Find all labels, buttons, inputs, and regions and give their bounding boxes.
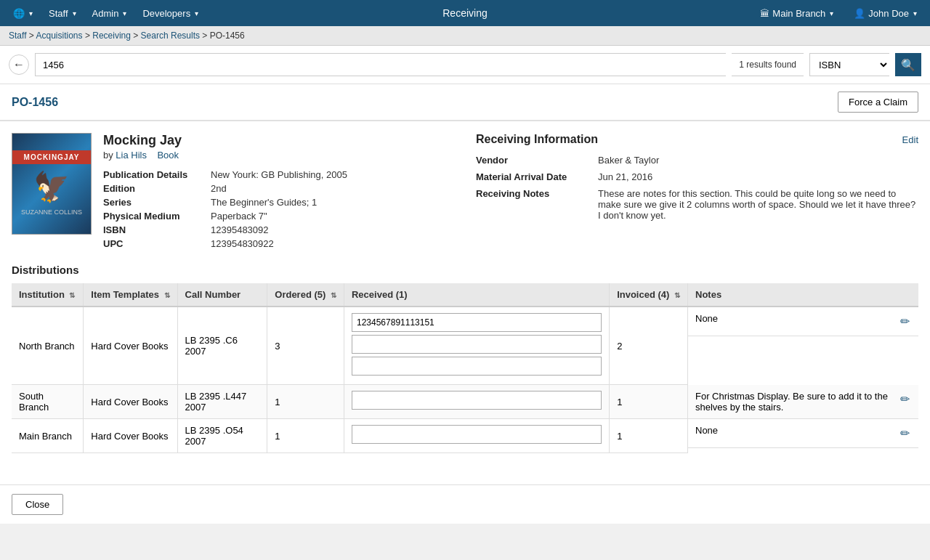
ordered-sort-icon[interactable]: ⇅: [331, 291, 336, 299]
globe-chevron: ▾: [29, 9, 33, 17]
receiving-title: Receiving Information: [476, 133, 598, 146]
material-arrival-label: Material Arrival Date: [476, 171, 592, 182]
admin-chevron: ▾: [123, 9, 126, 17]
barcode-input[interactable]: [352, 335, 602, 354]
breadcrumb: Staff > Acquisitions > Receiving > Searc…: [0, 26, 930, 46]
edit-row-button[interactable]: ✏: [899, 425, 911, 442]
user-label: John Doe: [868, 8, 909, 19]
book-details: Mocking Jay by Lia Hils Book Publication…: [103, 133, 454, 249]
cell-received: [344, 419, 609, 453]
cell-item-templates: Hard Cover Books: [84, 385, 177, 419]
isbn-value: 12395483092: [211, 224, 454, 235]
search-input[interactable]: [35, 53, 726, 76]
breadcrumb-staff[interactable]: Staff: [9, 31, 26, 41]
search-button[interactable]: 🔍: [895, 53, 921, 76]
search-type-select[interactable]: ISBN Title Author Call Number: [809, 53, 889, 76]
barcode-input[interactable]: [352, 313, 602, 332]
po-header: PO-1456 Force a Claim: [0, 84, 930, 121]
material-arrival-value: Jun 21, 2016: [598, 171, 918, 182]
series-value: The Beginner's Guides; 1: [211, 197, 454, 208]
physical-medium-value: Paperback 7": [211, 211, 454, 222]
cell-institution: South Branch: [12, 385, 84, 419]
book-author-line: by Lia Hils Book: [103, 150, 454, 161]
notes-text: None: [695, 425, 718, 436]
edit-row-button[interactable]: ✏: [899, 313, 911, 330]
breadcrumb-po: PO-1456: [210, 31, 245, 41]
vendor-value: Baker & Taylor: [598, 155, 918, 166]
book-cover-bird-icon: 🦅: [33, 170, 70, 204]
back-button[interactable]: ←: [9, 54, 29, 75]
cell-item-templates: Hard Cover Books: [84, 419, 177, 453]
item-templates-sort-icon[interactable]: ⇅: [164, 291, 170, 299]
receiving-header: Receiving Information Edit: [476, 133, 918, 146]
distributions-table: Institution ⇅ Item Templates ⇅ Call Numb…: [12, 283, 918, 453]
receiving-notes-value: These are notes for this section. This c…: [598, 188, 918, 221]
cell-call-number: LB 2395 .L447 2007: [177, 385, 267, 419]
series-label: Series: [103, 197, 205, 208]
receiving-section: Receiving Information Edit Vendor Baker …: [476, 133, 918, 249]
receiving-notes-label: Receiving Notes: [476, 188, 592, 221]
barcode-input[interactable]: [352, 425, 602, 444]
page-center-title: Receiving: [442, 7, 487, 19]
branch-menu-button[interactable]: 🏛 Main Branch ▾: [753, 4, 841, 23]
barcode-input[interactable]: [352, 391, 602, 410]
admin-menu-button[interactable]: Admin ▾: [85, 4, 134, 23]
staff-chevron: ▾: [73, 9, 76, 17]
col-invoiced: Invoiced (4) ⇅: [610, 283, 688, 307]
book-author-name: Lia Hils: [116, 150, 147, 161]
breadcrumb-search-results[interactable]: Search Results: [141, 31, 200, 41]
main-content-card: PO-1456 Force a Claim MOCKINGJAY 🦅 SUZAN…: [0, 84, 930, 524]
distributions-section: Distributions Institution ⇅ Item Templat…: [12, 264, 918, 453]
branch-icon: 🏛: [760, 8, 769, 19]
edit-row-button[interactable]: ✏: [899, 391, 911, 407]
edition-label: Edition: [103, 183, 205, 194]
book-cover-author: SUZANNE COLLINS: [18, 207, 85, 217]
cell-ordered: 1: [267, 419, 344, 453]
barcode-input[interactable]: [352, 357, 602, 376]
col-call-number: Call Number: [177, 283, 267, 307]
invoiced-sort-icon[interactable]: ⇅: [674, 291, 680, 299]
cell-invoiced: 1: [610, 385, 688, 419]
cell-ordered: 3: [267, 307, 344, 385]
col-received: Received (1): [344, 283, 609, 307]
notes-text: None: [695, 313, 718, 324]
table-row: Main BranchHard Cover BooksLB 2395 .O54 …: [12, 419, 918, 453]
table-row: South BranchHard Cover BooksLB 2395 .L44…: [12, 385, 918, 419]
force-claim-button[interactable]: Force a Claim: [838, 92, 918, 113]
table-row: North BranchHard Cover BooksLB 2395 .C6 …: [12, 307, 918, 385]
physical-medium-label: Physical Medium: [103, 211, 205, 222]
cell-notes: None✏: [688, 307, 918, 336]
close-button[interactable]: Close: [12, 494, 63, 515]
results-count: 1 results found: [732, 53, 804, 76]
cell-notes: For Christmas Display. Be sure to add it…: [688, 385, 918, 419]
col-notes: Notes: [688, 283, 919, 307]
cell-received: [344, 385, 609, 419]
globe-menu-button[interactable]: 🌐 ▾: [6, 4, 40, 23]
bottom-bar: Close: [0, 484, 930, 524]
cell-notes: None✏: [688, 419, 918, 448]
user-icon: 👤: [854, 8, 865, 19]
book-title: Mocking Jay: [103, 133, 454, 148]
book-cover: MOCKINGJAY 🦅 SUZANNE COLLINS: [12, 133, 92, 235]
user-menu-button[interactable]: 👤 John Doe ▾: [846, 4, 924, 23]
breadcrumb-receiving[interactable]: Receiving: [92, 31, 131, 41]
staff-menu-button[interactable]: Staff ▾: [41, 4, 84, 23]
edit-link[interactable]: Edit: [902, 134, 918, 145]
distributions-title: Distributions: [12, 264, 918, 276]
developers-menu-button[interactable]: Developers ▾: [135, 4, 206, 23]
cell-ordered: 1: [267, 385, 344, 419]
cell-call-number: LB 2395 .C6 2007: [177, 307, 267, 385]
book-and-receiving: MOCKINGJAY 🦅 SUZANNE COLLINS Mocking Jay…: [12, 133, 918, 249]
cell-received: [344, 307, 609, 385]
institution-sort-icon[interactable]: ⇅: [69, 291, 75, 299]
admin-label: Admin: [92, 8, 119, 19]
edition-value: 2nd: [211, 183, 454, 194]
book-section: MOCKINGJAY 🦅 SUZANNE COLLINS Mocking Jay…: [12, 133, 454, 249]
notes-text: For Christmas Display. Be sure to add it…: [695, 391, 893, 413]
cell-item-templates: Hard Cover Books: [84, 307, 177, 385]
po-title: PO-1456: [12, 96, 58, 109]
branch-label: Main Branch: [772, 8, 825, 19]
user-chevron: ▾: [913, 9, 917, 17]
col-institution: Institution ⇅: [12, 283, 84, 307]
breadcrumb-acquisitions[interactable]: Acquisitions: [36, 31, 83, 41]
